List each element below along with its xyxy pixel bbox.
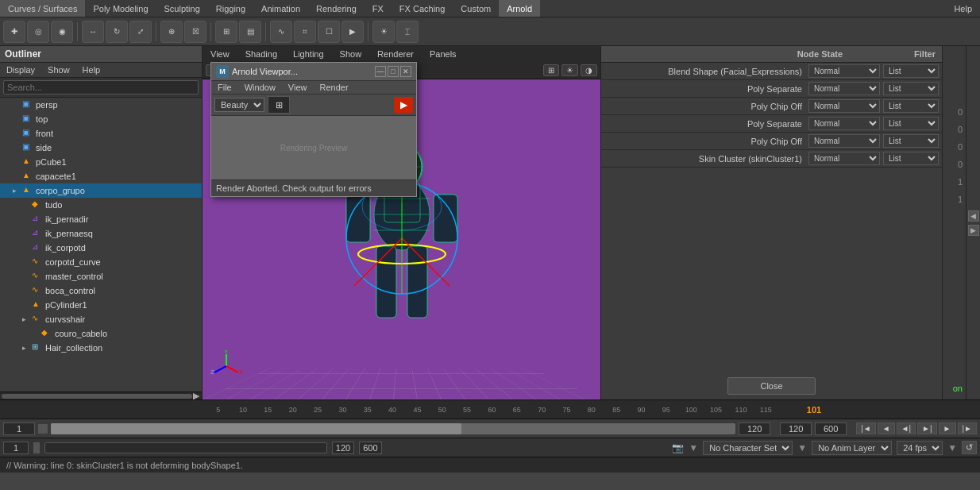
- curve-icon[interactable]: ∿: [270, 21, 292, 43]
- arnold-menu-file[interactable]: File: [211, 81, 238, 94]
- outliner-item-boca-control[interactable]: ∿ boca_control: [0, 284, 202, 298]
- outliner-item-capacete1[interactable]: ▲ capacete1: [0, 169, 202, 183]
- render-mode-select[interactable]: Beauty: [214, 98, 264, 112]
- outliner-item-ik-pernadir[interactable]: ⊿ ik_pernadir: [0, 212, 202, 226]
- poly-separate-1-state-select[interactable]: Normal: [808, 82, 880, 95]
- outliner-tab-display[interactable]: Display: [0, 63, 41, 77]
- play-back-button[interactable]: ◄|: [897, 422, 916, 434]
- menu-fx-caching[interactable]: FX Caching: [392, 0, 453, 17]
- menu-custom[interactable]: Custom: [453, 0, 499, 17]
- menu-rigging[interactable]: Rigging: [208, 0, 253, 17]
- select-tool-icon[interactable]: ✚: [3, 21, 25, 43]
- outliner-item-side[interactable]: ▣ side: [0, 141, 202, 155]
- outliner-item-ik-corpotd[interactable]: ⊿ ik_corpotd: [0, 241, 202, 255]
- deform-icon[interactable]: ⌗: [294, 21, 316, 43]
- outliner-item-curvsshair[interactable]: ▸ ∿ curvsshair: [0, 312, 202, 326]
- cam-icon[interactable]: ⌶: [396, 21, 419, 43]
- anim-start-input[interactable]: [780, 422, 812, 435]
- timeline-slider-handle[interactable]: [38, 424, 48, 434]
- outliner-item-hair-collection[interactable]: ▸ ⊞ Hair_collection: [0, 341, 202, 355]
- loop-button[interactable]: ↺: [962, 441, 977, 454]
- arrow-right-icon[interactable]: ▶: [968, 225, 979, 236]
- character-icon-btn[interactable]: ▼: [689, 442, 698, 453]
- vp-lights-btn[interactable]: ☀: [561, 64, 578, 76]
- paint-tool-icon[interactable]: ◉: [51, 21, 73, 43]
- menu-curves-surfaces[interactable]: Curves / Surfaces: [0, 0, 85, 17]
- render-icon[interactable]: ▶: [341, 21, 364, 43]
- outliner-item-tudo[interactable]: ◆ tudo: [0, 198, 202, 212]
- outliner-item-pcube1[interactable]: ▲ pCube1: [0, 155, 202, 169]
- outliner-item-ik-pernaesq[interactable]: ⊿ ik_pernaesq: [0, 226, 202, 241]
- poly-chip-off-2-filter-select[interactable]: List: [883, 134, 939, 148]
- viewport-tab-panels[interactable]: Panels: [422, 46, 465, 62]
- frame-icon[interactable]: ⊞: [268, 96, 290, 114]
- skin-cluster-state-select[interactable]: Normal: [808, 152, 880, 165]
- poly-separate-2-state-select[interactable]: Normal: [808, 117, 880, 130]
- outliner-item-persp[interactable]: ▣ persp: [0, 98, 202, 112]
- skin-cluster-filter-select[interactable]: List: [883, 152, 939, 165]
- move-tool-icon[interactable]: ↔: [82, 21, 104, 43]
- poly-chip-off-1-filter-select[interactable]: List: [883, 99, 939, 113]
- poly-separate-2-filter-select[interactable]: List: [883, 117, 939, 130]
- arnold-menu-view[interactable]: View: [282, 81, 314, 94]
- minimize-button[interactable]: —: [375, 66, 386, 77]
- playback-range[interactable]: [44, 442, 327, 453]
- scale-tool-icon[interactable]: ⤢: [129, 21, 152, 43]
- poly-chip-off-1-state-select[interactable]: Normal: [808, 99, 880, 113]
- magnet-icon[interactable]: ☒: [184, 21, 206, 43]
- go-end-button[interactable]: |►: [958, 422, 978, 434]
- outliner-scroll-right[interactable]: ▶: [192, 392, 200, 400]
- character-set-select[interactable]: No Character Set: [703, 441, 793, 455]
- render-play-button[interactable]: ▶: [394, 97, 413, 113]
- fps-dropdown-btn[interactable]: ▼: [947, 442, 957, 453]
- outliner-item-corpotd-curve[interactable]: ∿ corpotd_curve: [0, 255, 202, 269]
- blend-shape-state-select[interactable]: Normal: [808, 64, 880, 78]
- close-popup-button[interactable]: ✕: [400, 66, 411, 77]
- light-icon[interactable]: ☀: [372, 21, 395, 43]
- outliner-item-master-control[interactable]: ∿ master_control: [0, 269, 202, 284]
- outliner-tab-help[interactable]: Help: [76, 63, 107, 77]
- anim-end-input[interactable]: [815, 422, 847, 435]
- search-input[interactable]: [3, 80, 199, 95]
- camera-icon-btn[interactable]: 📷: [672, 442, 684, 453]
- step-back-button[interactable]: ◄: [878, 422, 895, 434]
- maximize-button[interactable]: □: [388, 66, 399, 77]
- step-forward-button[interactable]: ►: [939, 422, 956, 434]
- timeline-range-bar[interactable]: [51, 423, 735, 434]
- viewport-tab-show[interactable]: Show: [332, 46, 370, 62]
- rotate-tool-icon[interactable]: ↻: [106, 21, 128, 43]
- viewport-tab-view[interactable]: View: [203, 46, 237, 62]
- timeline-end-input[interactable]: [739, 422, 770, 435]
- menu-animation[interactable]: Animation: [253, 0, 308, 17]
- menu-rendering[interactable]: Rendering: [308, 0, 365, 17]
- arnold-menu-render[interactable]: Render: [314, 81, 355, 94]
- arnold-menu-window[interactable]: Window: [238, 81, 282, 94]
- menu-help[interactable]: Help: [946, 0, 980, 17]
- blend-shape-filter-select[interactable]: List: [883, 64, 939, 78]
- poly-separate-1-filter-select[interactable]: List: [883, 82, 939, 95]
- outliner-item-couro-cabelo[interactable]: ◆ couro_cabelo: [0, 326, 202, 341]
- fps-select[interactable]: 24 fps: [897, 441, 943, 455]
- outliner-item-front[interactable]: ▣ front: [0, 126, 202, 141]
- vp-grid-btn[interactable]: ⊞: [543, 64, 559, 76]
- viewport-tab-lighting[interactable]: Lighting: [285, 46, 332, 62]
- anim-layer-select[interactable]: No Anim Layer: [812, 441, 892, 455]
- menu-arnold[interactable]: Arnold: [499, 0, 540, 17]
- poly-chip-off-2-state-select[interactable]: Normal: [808, 134, 880, 148]
- menu-poly-modeling[interactable]: Poly Modeling: [85, 0, 156, 17]
- snap-icon[interactable]: ⊕: [160, 21, 183, 43]
- arrow-left-icon[interactable]: ◀: [968, 210, 979, 222]
- menu-fx[interactable]: FX: [365, 0, 392, 17]
- go-start-button[interactable]: |◄: [856, 422, 876, 434]
- playback-slider-thumb[interactable]: [33, 442, 40, 453]
- playback-start-input[interactable]: [3, 442, 29, 454]
- outliner-item-pcylinder1[interactable]: ▲ pCylinder1: [0, 298, 202, 312]
- outliner-tab-show[interactable]: Show: [41, 63, 76, 77]
- viewport-tab-renderer[interactable]: Renderer: [369, 46, 422, 62]
- play-forward-button[interactable]: ►|: [917, 422, 937, 434]
- viewport-tab-shading[interactable]: Shading: [237, 46, 285, 62]
- outliner-item-top[interactable]: ▣ top: [0, 112, 202, 126]
- grid-icon[interactable]: ⊞: [215, 21, 237, 43]
- timeline-start-input[interactable]: [3, 422, 35, 435]
- menu-sculpting[interactable]: Sculpting: [156, 0, 208, 17]
